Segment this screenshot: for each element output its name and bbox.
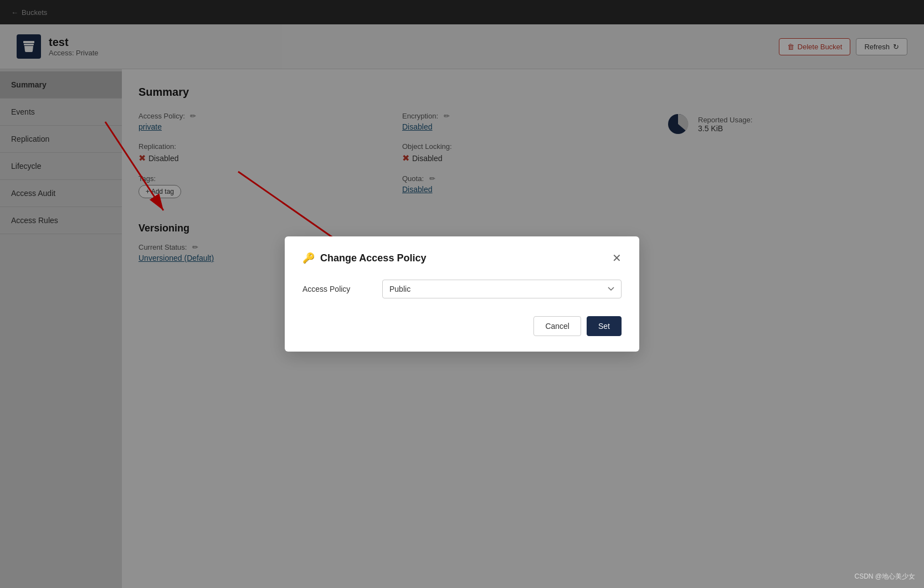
modal-header: 🔑 Change Access Policy ✕ xyxy=(302,252,622,264)
modal-body: Access Policy Public Private Custom xyxy=(302,280,622,298)
modal-overlay[interactable]: 🔑 Change Access Policy ✕ Access Policy P… xyxy=(0,0,924,588)
set-button[interactable]: Set xyxy=(587,316,622,336)
modal-close-button[interactable]: ✕ xyxy=(612,252,622,264)
access-policy-select[interactable]: Public Private Custom xyxy=(382,280,622,298)
watermark: CSDN @地心美少女 xyxy=(854,572,915,581)
modal-title-text: Change Access Policy xyxy=(320,252,426,264)
change-access-policy-modal: 🔑 Change Access Policy ✕ Access Policy P… xyxy=(285,236,639,352)
modal-footer: Cancel Set xyxy=(302,316,622,336)
key-icon: 🔑 xyxy=(302,252,315,264)
modal-field-label: Access Policy xyxy=(302,285,369,293)
cancel-button[interactable]: Cancel xyxy=(533,316,581,336)
modal-title: 🔑 Change Access Policy xyxy=(302,252,426,264)
